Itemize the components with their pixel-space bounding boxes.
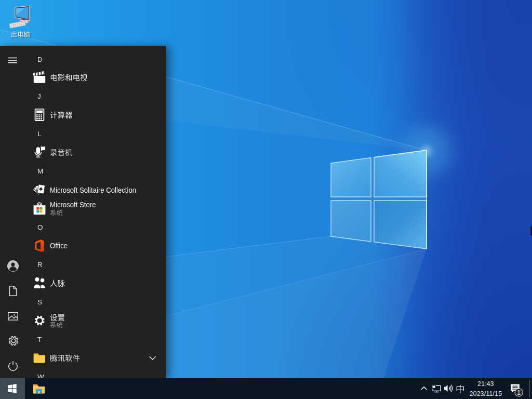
svg-text:1: 1 [517,389,521,396]
